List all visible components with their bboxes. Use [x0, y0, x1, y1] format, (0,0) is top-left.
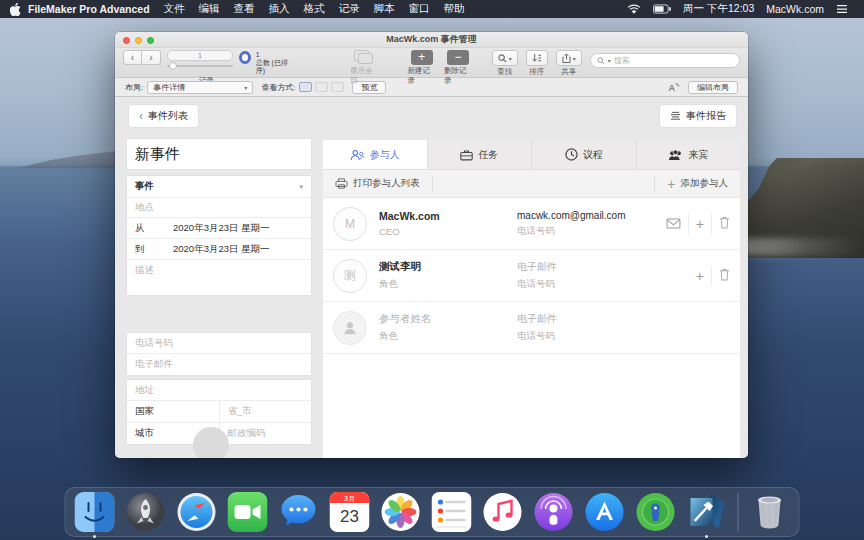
- participant-name[interactable]: MacWk.com: [379, 210, 517, 222]
- new-record-group[interactable]: + 新建记录: [408, 50, 436, 86]
- participant-email[interactable]: macwk.com@gmail.com: [517, 210, 666, 221]
- state-field[interactable]: 省_市: [220, 401, 312, 422]
- notification-center-icon[interactable]: [836, 4, 848, 14]
- participant-role[interactable]: 角色: [379, 278, 517, 291]
- participant-role-placeholder[interactable]: 角色: [379, 330, 517, 343]
- sort-button[interactable]: [526, 50, 548, 66]
- share-button[interactable]: ▾: [556, 50, 582, 66]
- messages-icon[interactable]: [279, 492, 319, 532]
- tab-guests-label: 来宾: [688, 148, 708, 162]
- address-field[interactable]: 地址: [127, 380, 311, 401]
- delete-record-icon[interactable]: −: [447, 50, 469, 65]
- participant-row[interactable]: 测 测试李明 角色 电子邮件 电话号码 +: [323, 250, 740, 302]
- to-date-row[interactable]: 到 2020年3月23日 星期一: [127, 239, 311, 260]
- phone-field[interactable]: 电话号码: [127, 333, 311, 354]
- menu-file[interactable]: 文件: [164, 2, 185, 16]
- menu-edit[interactable]: 编辑: [199, 2, 220, 16]
- find-group[interactable]: ▾ 查找: [492, 50, 518, 77]
- next-record-button[interactable]: ›: [142, 50, 161, 65]
- new-record-icon[interactable]: +: [411, 50, 433, 65]
- participant-row-empty[interactable]: 参与者姓名 角色 电子邮件 电话号码: [323, 302, 740, 354]
- safari-icon[interactable]: [177, 492, 217, 532]
- event-type-row[interactable]: 事件 ▾: [127, 176, 311, 198]
- calendar-icon[interactable]: 3月23: [330, 492, 370, 532]
- trash-icon[interactable]: [750, 492, 790, 532]
- battery-icon[interactable]: [653, 4, 671, 14]
- zip-field[interactable]: 邮政编码: [220, 423, 312, 444]
- event-title-field[interactable]: 新事件: [127, 139, 311, 169]
- menubar-account[interactable]: MacWk.com: [766, 3, 824, 15]
- close-button[interactable]: [123, 37, 130, 44]
- record-slider[interactable]: [167, 62, 233, 70]
- list-view-icon[interactable]: [315, 82, 328, 92]
- add-participant-button[interactable]: + 添加参与人: [655, 170, 740, 197]
- menu-insert[interactable]: 插入: [269, 2, 290, 16]
- menu-records[interactable]: 记录: [339, 2, 360, 16]
- edit-layout-mode-icon[interactable]: A✎: [668, 81, 680, 93]
- facetime-icon[interactable]: [228, 492, 268, 532]
- participant-name-placeholder[interactable]: 参与者姓名: [379, 312, 517, 326]
- menubar-clock[interactable]: 周一 下午12:03: [683, 2, 754, 16]
- window-titlebar[interactable]: MacWk.com 事件管理: [115, 32, 748, 48]
- tab-agenda[interactable]: 议程: [532, 140, 637, 169]
- delete-row-icon[interactable]: [719, 215, 730, 233]
- participant-email-placeholder[interactable]: 电子邮件: [517, 312, 730, 326]
- menu-format[interactable]: 格式: [304, 2, 325, 16]
- reminders-icon[interactable]: [432, 492, 472, 532]
- photos-icon[interactable]: [381, 492, 421, 532]
- previous-record-button[interactable]: ‹: [123, 50, 142, 65]
- country-field[interactable]: 国家: [127, 401, 220, 422]
- delete-record-group[interactable]: − 删除记录: [444, 50, 472, 86]
- email-field[interactable]: 电子邮件: [127, 354, 311, 375]
- email-action-icon[interactable]: [666, 215, 681, 233]
- menubar-app-name[interactable]: FileMaker Pro Advanced: [28, 3, 150, 15]
- participant-name[interactable]: 测试李明: [379, 260, 517, 274]
- menu-view[interactable]: 查看: [234, 2, 255, 16]
- participant-phone[interactable]: 电话号码: [517, 225, 666, 238]
- show-all-group[interactable]: 显示全部: [350, 50, 378, 86]
- green-disc-app-icon[interactable]: [636, 492, 676, 532]
- music-icon[interactable]: [483, 492, 523, 532]
- table-view-icon[interactable]: [331, 82, 344, 92]
- event-list-back-button[interactable]: ‹ 事件列表: [129, 105, 198, 127]
- menu-scripts[interactable]: 脚本: [374, 2, 395, 16]
- delete-row-icon[interactable]: [719, 267, 730, 285]
- quick-search-field[interactable]: ▾ 搜索: [590, 53, 740, 68]
- description-field[interactable]: 描述: [127, 260, 311, 295]
- menu-help[interactable]: 帮助: [444, 2, 465, 16]
- record-slider-thumb[interactable]: [169, 62, 177, 70]
- participant-phone-placeholder[interactable]: 电话号码: [517, 330, 730, 343]
- add-row-icon[interactable]: +: [696, 217, 704, 231]
- participant-email[interactable]: 电子邮件: [517, 260, 696, 274]
- share-group[interactable]: ▾ 共享: [556, 50, 582, 77]
- tab-participants[interactable]: 参与人: [323, 140, 428, 169]
- edit-layout-button[interactable]: 编辑布局: [688, 81, 738, 94]
- current-record-field[interactable]: 1: [167, 50, 233, 61]
- apple-menu-icon[interactable]: [10, 3, 21, 16]
- add-row-icon[interactable]: +: [696, 269, 704, 283]
- layout-dropdown[interactable]: 事件详情 ▾: [147, 81, 253, 94]
- minimize-button[interactable]: [135, 37, 142, 44]
- sort-icon: [532, 53, 542, 63]
- event-report-button[interactable]: 事件报告: [660, 105, 736, 127]
- tab-tasks[interactable]: 任务: [428, 140, 533, 169]
- find-button[interactable]: ▾: [492, 50, 518, 66]
- from-date-row[interactable]: 从 2020年3月23日 星期一: [127, 218, 311, 239]
- appstore-icon[interactable]: [585, 492, 625, 532]
- podcasts-icon[interactable]: [534, 492, 574, 532]
- participant-phone[interactable]: 电话号码: [517, 278, 696, 291]
- participant-row[interactable]: M MacWk.com CEO macwk.com@gmail.com 电话号码…: [323, 198, 740, 250]
- finder-icon[interactable]: [75, 492, 115, 532]
- print-participants-button[interactable]: 打印参与人列表: [323, 170, 432, 197]
- zoom-button[interactable]: [147, 37, 154, 44]
- filemaker-pro-icon[interactable]: [687, 492, 727, 532]
- found-set-pie-icon[interactable]: [239, 51, 251, 64]
- form-view-icon[interactable]: [299, 82, 312, 92]
- launchpad-icon[interactable]: [126, 492, 166, 532]
- menu-window[interactable]: 窗口: [409, 2, 430, 16]
- participant-role[interactable]: CEO: [379, 226, 517, 237]
- wifi-icon[interactable]: [627, 4, 641, 15]
- location-field[interactable]: 地点: [127, 198, 311, 218]
- sort-group[interactable]: 排序: [526, 50, 548, 77]
- tab-guests[interactable]: 来宾: [637, 140, 741, 169]
